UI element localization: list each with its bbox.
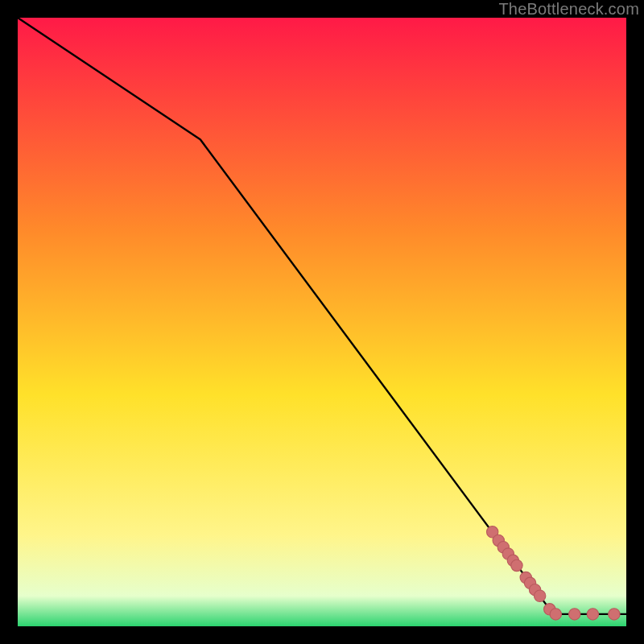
- chart-plot: [18, 18, 626, 626]
- chart-background: [18, 18, 626, 626]
- marker-point: [511, 559, 522, 571]
- watermark-text: TheBottleneck.com: [498, 0, 639, 19]
- marker-point: [609, 609, 620, 620]
- marker-point: [587, 609, 598, 620]
- chart-stage: TheBottleneck.com: [0, 0, 644, 644]
- marker-point: [534, 590, 545, 601]
- marker-point: [550, 609, 561, 620]
- marker-point: [569, 609, 580, 620]
